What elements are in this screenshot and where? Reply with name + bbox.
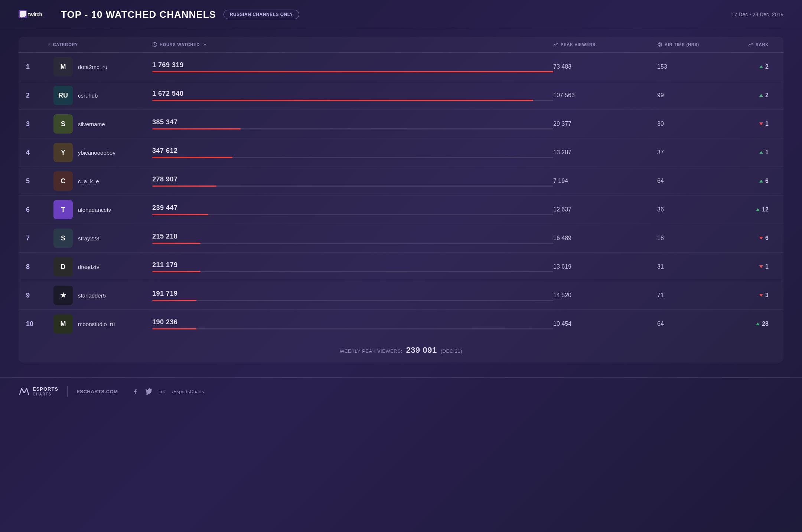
avatar: C xyxy=(53,171,73,191)
cell-name: ybicanoooobov xyxy=(78,150,152,156)
table-header: CATEGORY HOURS WATCHED xyxy=(19,37,783,53)
hours-bar-container xyxy=(152,71,553,72)
hours-value: 347 612 xyxy=(152,147,553,155)
cell-hours: 1 672 540 xyxy=(152,90,553,101)
hours-bar xyxy=(152,185,216,187)
hours-bar xyxy=(152,100,533,101)
header: twitch TOP - 10 WATCHED CHANNELS RUSSIAN… xyxy=(0,0,802,29)
cell-airtime: 153 xyxy=(657,63,731,70)
th-rank: RANK xyxy=(731,42,776,47)
hours-bar-container xyxy=(152,243,553,244)
rank-arrow xyxy=(759,94,763,97)
twitch-logo: twitch xyxy=(19,7,52,22)
avatar: S xyxy=(53,229,73,248)
hours-value: 211 179 xyxy=(152,261,553,269)
avatar: M xyxy=(53,57,73,76)
hours-bar xyxy=(152,328,196,329)
cell-name: starladder5 xyxy=(78,292,152,299)
table-row: 6 T alohadancetv 239 447 12 637 36 12 xyxy=(19,196,783,224)
cell-position: 8 xyxy=(26,263,48,271)
cell-hours: 191 719 xyxy=(152,290,553,301)
cell-peak: 13 619 xyxy=(553,263,657,270)
cell-airtime: 37 xyxy=(657,149,731,156)
cell-avatar: M xyxy=(48,57,78,76)
table-row: 9 ★ starladder5 191 719 14 520 71 3 xyxy=(19,281,783,310)
cell-rank: 2 xyxy=(731,92,776,99)
social-handle: /EsportsCharts xyxy=(172,389,204,394)
esports-logo: ESPORTS CHARTS xyxy=(19,387,58,396)
hours-value: 385 347 xyxy=(152,118,553,126)
cell-avatar: T xyxy=(48,200,78,219)
page-wrapper: twitch TOP - 10 WATCHED CHANNELS RUSSIAN… xyxy=(0,0,802,532)
avatar: S xyxy=(53,114,73,134)
bottom-divider xyxy=(67,386,68,397)
cell-hours: 190 236 xyxy=(152,318,553,329)
rank-value: 1 xyxy=(765,263,769,270)
cell-hours: 211 179 xyxy=(152,261,553,272)
svg-line-7 xyxy=(155,45,156,46)
hours-bar-container xyxy=(152,214,553,215)
hours-bar xyxy=(152,157,232,158)
avatar: ★ xyxy=(53,286,73,305)
social-icons: вк xyxy=(131,387,166,395)
cell-position: 6 xyxy=(26,206,48,214)
vk-icon[interactable]: вк xyxy=(158,387,166,395)
hours-bar xyxy=(152,71,553,72)
hours-bar-container xyxy=(152,271,553,272)
cell-airtime: 31 xyxy=(657,263,731,270)
rank-value: 6 xyxy=(765,235,769,242)
cell-rank: 6 xyxy=(731,235,776,242)
svg-point-9 xyxy=(659,44,661,46)
cell-rank: 1 xyxy=(731,121,776,127)
channels-table: CATEGORY HOURS WATCHED xyxy=(19,37,783,362)
rank-arrow xyxy=(756,208,760,211)
th-hours-watched: HOURS WATCHED xyxy=(152,42,553,47)
cell-name: silvername xyxy=(78,121,152,127)
table-body: 1 M dota2mc_ru 1 769 319 73 483 153 2 2 … xyxy=(19,53,783,338)
cell-airtime: 99 xyxy=(657,92,731,99)
facebook-icon[interactable] xyxy=(131,387,140,395)
table-row: 10 M moonstudio_ru 190 236 10 454 64 28 xyxy=(19,310,783,338)
cell-airtime: 18 xyxy=(657,235,731,242)
hours-value: 278 907 xyxy=(152,175,553,183)
russian-channels-badge: RUSSIAN CHANNELS ONLY xyxy=(224,10,299,19)
cell-peak: 14 520 xyxy=(553,292,657,299)
cell-peak: 12 637 xyxy=(553,206,657,213)
rank-arrow xyxy=(759,294,763,297)
cell-peak: 10 454 xyxy=(553,321,657,327)
avatar: RU xyxy=(53,86,73,105)
cell-peak: 107 563 xyxy=(553,92,657,99)
rank-arrow xyxy=(759,151,763,154)
twitter-icon[interactable] xyxy=(145,387,153,395)
avatar: T xyxy=(53,200,73,219)
hours-bar-container xyxy=(152,128,553,129)
svg-point-8 xyxy=(658,43,662,46)
cell-name: dota2mc_ru xyxy=(78,64,152,70)
avatar: D xyxy=(53,257,73,276)
hours-value: 239 447 xyxy=(152,204,553,212)
cell-rank: 28 xyxy=(731,321,776,327)
hours-value: 215 218 xyxy=(152,233,553,240)
header-title: TOP - 10 WATCHED CHANNELS xyxy=(61,9,216,20)
cell-peak: 13 287 xyxy=(553,149,657,156)
avatar: Y xyxy=(53,143,73,162)
hours-value: 190 236 xyxy=(152,318,553,326)
rank-arrow xyxy=(759,180,763,183)
hours-bar-container xyxy=(152,300,553,301)
table-row: 3 S silvername 385 347 29 377 30 1 xyxy=(19,110,783,138)
hours-bar-container xyxy=(152,100,553,101)
rank-arrow xyxy=(759,122,763,125)
cell-position: 7 xyxy=(26,234,48,242)
cell-rank: 2 xyxy=(731,63,776,70)
cell-position: 1 xyxy=(26,63,48,71)
cell-name: dreadztv xyxy=(78,264,152,270)
avatar: M xyxy=(53,314,73,334)
cell-airtime: 64 xyxy=(657,178,731,184)
cell-position: 2 xyxy=(26,92,48,99)
hours-bar xyxy=(152,243,200,244)
cell-avatar: S xyxy=(48,114,78,134)
hours-value: 191 719 xyxy=(152,290,553,298)
cell-avatar: Y xyxy=(48,143,78,162)
cell-position: 3 xyxy=(26,120,48,128)
rank-arrow xyxy=(759,65,763,68)
